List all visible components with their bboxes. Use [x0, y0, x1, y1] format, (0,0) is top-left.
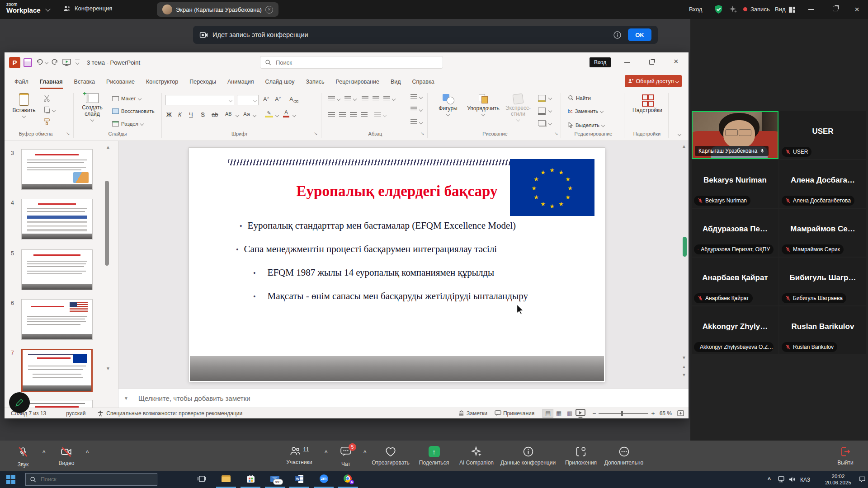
- accessibility-status[interactable]: Специальные возможности: проверьте реком…: [106, 410, 242, 417]
- select-button[interactable]: Выделить: [568, 122, 604, 128]
- close-tab-icon[interactable]: ✕: [265, 6, 273, 14]
- highlight-color-button[interactable]: ✎: [265, 110, 273, 117]
- participants-button[interactable]: 11 Участники: [277, 446, 322, 465]
- notes-toggle[interactable]: Заметки: [467, 410, 487, 417]
- tab-review[interactable]: Рецензирование: [335, 79, 379, 85]
- ppt-close-icon[interactable]: ×: [674, 57, 679, 66]
- text-shadow-button[interactable]: S: [201, 111, 205, 118]
- audio-button[interactable]: Звук: [7, 446, 39, 468]
- italic-button[interactable]: К: [178, 111, 182, 118]
- tab-file[interactable]: Файл: [14, 79, 28, 85]
- thumbnails-scroll-up-icon[interactable]: ▲: [106, 145, 110, 150]
- columns-chevron-icon[interactable]: [383, 113, 387, 117]
- collapse-ribbon-icon[interactable]: [678, 132, 681, 136]
- underline-button[interactable]: Ч: [189, 111, 193, 118]
- office-signin-badge[interactable]: Вход: [590, 57, 611, 67]
- replace-button[interactable]: bc Заменить: [568, 108, 603, 114]
- tab-help[interactable]: Справка: [412, 79, 434, 85]
- network-icon[interactable]: [778, 476, 785, 483]
- taskbar-search-box[interactable]: [25, 473, 157, 486]
- slide-thumbnail-6[interactable]: [21, 299, 93, 340]
- previous-slide-button[interactable]: ▲: [682, 364, 686, 369]
- workspace-chevron-icon[interactable]: [45, 6, 50, 11]
- word-button[interactable]: W: [289, 471, 309, 487]
- tab-animations[interactable]: Анимация: [227, 79, 254, 85]
- shape-fill-chevron-icon[interactable]: [548, 96, 552, 100]
- bullets-chevron-icon[interactable]: [337, 97, 340, 101]
- normal-view-button[interactable]: ▤: [542, 409, 553, 418]
- drawing-dialog-launcher-icon[interactable]: ↘: [554, 131, 558, 136]
- taskbar-clock[interactable]: 20:02 20.06.2025: [819, 473, 857, 486]
- highlight-chevron-icon[interactable]: [275, 113, 279, 117]
- chrome-button[interactable]: A: [338, 471, 358, 487]
- character-spacing-button[interactable]: АВ: [225, 111, 232, 117]
- shape-outline-chevron-icon[interactable]: [548, 109, 552, 113]
- participant-tile[interactable]: Bekarys Nuriman Bekarys Nuriman: [692, 160, 778, 208]
- security-shield-icon[interactable]: [713, 4, 724, 14]
- numbering-icon[interactable]: [344, 96, 351, 101]
- tab-slideshow[interactable]: Слайд-шоу: [265, 79, 295, 85]
- audio-options-chevron-icon[interactable]: ^: [42, 450, 45, 455]
- ppt-minimize-icon[interactable]: [624, 62, 630, 63]
- minimize-window-icon[interactable]: [808, 9, 814, 10]
- undo-icon[interactable]: [36, 58, 44, 66]
- tab-insert[interactable]: Вставка: [74, 79, 95, 85]
- clear-formatting-button[interactable]: А⌫: [289, 96, 298, 104]
- slideshow-view-button[interactable]: [575, 409, 586, 418]
- quick-access-toolbar-icon[interactable]: [75, 60, 80, 60]
- participant-tile[interactable]: USER USER: [779, 111, 866, 159]
- decrease-indent-icon[interactable]: [362, 96, 368, 101]
- fit-to-window-icon[interactable]: [677, 410, 684, 416]
- slide-thumbnail-4[interactable]: [21, 199, 93, 239]
- video-button[interactable]: Видео: [51, 446, 82, 466]
- task-view-button[interactable]: [192, 471, 212, 487]
- file-explorer-button[interactable]: [216, 471, 236, 487]
- copy-chevron-icon[interactable]: [52, 108, 56, 112]
- slide[interactable]: ★★ ★★ ★★ ★★ ★★ ★★ Еуропалық елдердегі ба…: [189, 148, 605, 382]
- paragraph-dialog-launcher-icon[interactable]: ↘: [420, 131, 424, 136]
- slide-thumbnail-8[interactable]: [21, 400, 93, 408]
- slide-thumbnail-3[interactable]: [21, 149, 93, 190]
- comments-toggle[interactable]: Примечания: [503, 410, 534, 417]
- undo-chevron-icon[interactable]: [45, 61, 48, 64]
- volume-icon[interactable]: [788, 476, 795, 483]
- zoom-level[interactable]: 65 %: [660, 410, 672, 417]
- copy-icon[interactable]: [44, 107, 49, 113]
- section-button[interactable]: Раздел: [112, 121, 143, 127]
- ppt-restore-icon[interactable]: [649, 60, 654, 65]
- font-size-combo[interactable]: [237, 95, 259, 105]
- participant-tile[interactable]: Алена Досбага… Алена Досбаганбетова: [779, 160, 866, 208]
- mail-button[interactable]: 99+: [265, 471, 285, 487]
- participant-tile[interactable]: Ruslan Barikulov Ruslan Barikulov: [779, 306, 866, 354]
- font-color-button[interactable]: А: [283, 109, 289, 117]
- view-button[interactable]: Вид: [775, 6, 786, 13]
- notification-center-icon[interactable]: [859, 476, 866, 483]
- align-right-icon[interactable]: [350, 112, 357, 117]
- restore-window-icon[interactable]: [833, 6, 838, 11]
- new-slide-button[interactable]: + Создать слайд: [77, 93, 108, 121]
- video-tile-speaker[interactable]: Карлыгаш Уразбековна: [692, 111, 778, 159]
- arrange-button[interactable]: Упорядочить: [465, 94, 502, 116]
- meeting-info-button[interactable]: Данные конференции: [498, 446, 558, 466]
- chat-chevron-icon[interactable]: ^: [363, 450, 366, 455]
- zoom-in-button[interactable]: +: [651, 410, 655, 417]
- language-indicator[interactable]: КАЗ: [800, 477, 810, 483]
- shapes-button[interactable]: Фигуры: [434, 94, 462, 116]
- quick-access-chevron-icon[interactable]: [75, 61, 79, 65]
- canvas-scrollbar[interactable]: [683, 237, 687, 257]
- tab-conference[interactable]: Конференция: [63, 5, 112, 12]
- tab-draw[interactable]: Рисование: [106, 79, 135, 85]
- paste-button[interactable]: Вставить: [11, 93, 37, 117]
- tab-record[interactable]: Запись: [306, 79, 324, 85]
- store-button[interactable]: [241, 471, 260, 487]
- zoom-slider[interactable]: [599, 413, 648, 414]
- cut-icon[interactable]: [43, 95, 50, 102]
- font-color-chevron-icon[interactable]: [292, 113, 296, 117]
- align-left-icon[interactable]: [328, 112, 335, 117]
- change-case-chevron-icon[interactable]: [253, 113, 256, 117]
- shrink-font-button[interactable]: А˅: [275, 96, 281, 103]
- redo-icon[interactable]: [51, 58, 58, 66]
- ok-button[interactable]: OK: [628, 28, 651, 41]
- numbering-chevron-icon[interactable]: [353, 97, 357, 101]
- close-window-icon[interactable]: ×: [854, 5, 859, 14]
